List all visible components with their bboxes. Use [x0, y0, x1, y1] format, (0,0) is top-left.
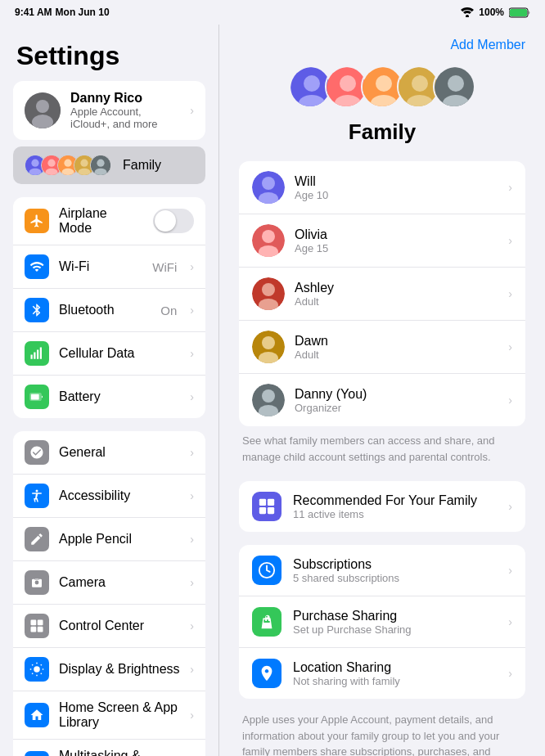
status-bar: 9:41 AM Mon Jun 10 100% [0, 0, 545, 25]
homescreen-chevron: › [190, 709, 194, 722]
battery-chevron: › [190, 390, 194, 403]
airplane-toggle[interactable] [153, 209, 194, 233]
feature-list: Recommended For Your Family 11 active it… [239, 481, 525, 532]
sidebar-item-controlcenter[interactable]: Control Center › [13, 605, 205, 648]
svg-point-0 [466, 15, 469, 17]
location-icon [252, 659, 282, 688]
subscriptions-info: Subscriptions 5 shared subscriptions [293, 557, 497, 584]
svg-point-43 [376, 75, 392, 92]
member-item-will[interactable]: Will Age 10 › [239, 161, 525, 214]
subscriptions-icon [252, 556, 282, 585]
bluetooth-label: Bluetooth [59, 303, 151, 317]
member-avatar-danny [252, 384, 285, 416]
svg-rect-23 [37, 350, 38, 359]
feature-item-location[interactable]: Location Sharing Not sharing with family… [239, 648, 525, 699]
airplane-icon [25, 209, 49, 233]
airplane-label: Airplane Mode [59, 206, 143, 236]
svg-point-58 [262, 283, 275, 296]
svg-point-61 [262, 336, 275, 349]
svg-point-52 [262, 177, 275, 190]
member-chevron-ashley: › [508, 287, 512, 300]
member-info-will: Will Age 10 [295, 174, 498, 201]
sidebar: Settings Danny Rico Apple Account, iClou… [0, 25, 219, 756]
svg-point-27 [36, 490, 38, 493]
member-avatar-olivia [252, 224, 285, 257]
svg-rect-24 [40, 348, 42, 359]
svg-point-16 [80, 160, 88, 167]
general-label: General [59, 445, 180, 460]
member-chevron-olivia: › [508, 234, 512, 247]
feature-item-purchase[interactable]: Purchase Sharing Set up Purchase Sharing… [239, 596, 525, 648]
status-bar-time: 9:41 AM Mon Jun 10 [15, 7, 110, 18]
member-age-danny: Organizer [295, 402, 498, 414]
accessibility-icon [25, 484, 49, 508]
svg-rect-22 [34, 353, 35, 359]
member-chevron-will: › [508, 181, 512, 194]
applepencil-chevron: › [190, 533, 194, 546]
display-icon [25, 657, 49, 682]
feature-list-sharing: Subscriptions 5 shared subscriptions › P… [239, 545, 525, 699]
member-info-ashley: Ashley Adult [295, 281, 498, 308]
svg-rect-2 [510, 9, 527, 16]
member-name-will: Will [295, 174, 498, 189]
controlcenter-icon [25, 614, 49, 638]
member-chevron-dawn: › [508, 340, 512, 353]
account-subtitle: Apple Account, iCloud+, and more [70, 106, 180, 130]
sidebar-family-item[interactable]: Family [13, 146, 205, 184]
header-avatar-danny [433, 65, 475, 108]
svg-rect-28 [31, 620, 37, 626]
cellular-chevron: › [190, 347, 194, 360]
bluetooth-chevron: › [190, 304, 194, 317]
member-avatar-ashley [252, 277, 285, 310]
applepencil-label: Apple Pencil [59, 532, 180, 547]
battery-icon [509, 7, 530, 18]
svg-point-40 [340, 75, 356, 92]
account-avatar [25, 92, 61, 128]
sidebar-item-general[interactable]: General › [13, 431, 205, 475]
account-card[interactable]: Danny Rico Apple Account, iCloud+, and m… [13, 81, 205, 140]
sidebar-item-cellular[interactable]: Cellular Data › [13, 332, 205, 376]
member-age-will: Age 10 [295, 189, 498, 201]
member-item-olivia[interactable]: Olivia Age 15 › [239, 214, 525, 268]
recommended-subtitle: 11 active items [293, 508, 497, 520]
wifi-label: Wi-Fi [59, 259, 142, 274]
sidebar-family-label: Family [123, 158, 161, 173]
multitasking-icon [25, 751, 49, 756]
member-item-dawn[interactable]: Dawn Adult › [239, 321, 525, 374]
homescreen-label: Home Screen & App Library [59, 700, 180, 730]
add-member-button[interactable]: Add Member [450, 38, 525, 52]
member-item-ashley[interactable]: Ashley Adult › [239, 268, 525, 321]
member-list: Will Age 10 › Olivia Age 15 › [239, 161, 525, 426]
member-item-danny[interactable]: Danny (You) Organizer › [239, 374, 525, 426]
sidebar-item-display[interactable]: Display & Brightness › [13, 648, 205, 691]
recommended-info: Recommended For Your Family 11 active it… [293, 493, 497, 520]
sidebar-item-airplane[interactable]: Airplane Mode [13, 197, 205, 245]
recommended-title: Recommended For Your Family [293, 493, 497, 508]
sidebar-item-bluetooth[interactable]: Bluetooth On › [13, 289, 205, 332]
location-subtitle: Not sharing with family [293, 675, 497, 687]
sidebar-item-wifi[interactable]: Wi-Fi WiFi › [13, 245, 205, 289]
sidebar-item-camera[interactable]: Camera › [13, 561, 205, 605]
account-chevron: › [190, 104, 194, 117]
member-name-danny: Danny (You) [295, 387, 498, 402]
feature-item-subscriptions[interactable]: Subscriptions 5 shared subscriptions › [239, 545, 525, 596]
sidebar-item-applepencil[interactable]: Apple Pencil › [13, 518, 205, 561]
sidebar-item-multitasking[interactable]: Multitasking & Gestures › [13, 740, 205, 756]
controlcenter-chevron: › [190, 619, 194, 632]
camera-label: Camera [59, 575, 180, 590]
controlcenter-label: Control Center [59, 619, 180, 633]
detail-header: Add Member [239, 38, 525, 52]
settings-group-connectivity: Airplane Mode Wi-Fi WiFi › Bluetooth On … [13, 197, 205, 418]
family-detail-title: Family [239, 119, 525, 145]
purchase-subtitle: Set up Purchase Sharing [293, 623, 497, 636]
sidebar-item-homescreen[interactable]: Home Screen & App Library › [13, 691, 205, 740]
svg-point-7 [31, 160, 38, 167]
sidebar-item-battery[interactable]: Battery › [13, 376, 205, 418]
wifi-settings-icon [25, 254, 49, 279]
cellular-icon [25, 341, 49, 366]
feature-item-recommended[interactable]: Recommended For Your Family 11 active it… [239, 481, 525, 532]
svg-point-55 [262, 230, 275, 243]
wifi-chevron: › [190, 260, 194, 273]
sidebar-item-accessibility[interactable]: Accessibility › [13, 475, 205, 518]
member-name-olivia: Olivia [295, 227, 498, 242]
